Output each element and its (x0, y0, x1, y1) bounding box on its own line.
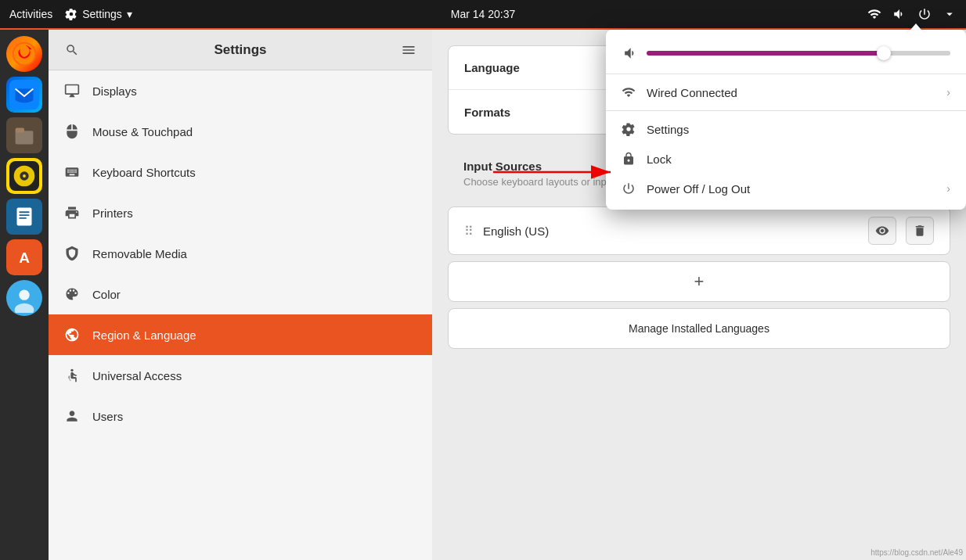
app-name-label: Settings (82, 8, 122, 20)
topbar-left: Activities Settings ▾ (9, 8, 132, 20)
network-icon[interactable] (867, 7, 881, 21)
svg-rect-13 (19, 217, 26, 219)
sidebar-item-mouse-label: Mouse & Touchpad (92, 125, 193, 138)
sidebar-item-keyboard[interactable]: Keyboard Shortcuts (49, 152, 432, 192)
manage-languages-label: Manage Installed Languages (629, 322, 770, 335)
trash-icon (913, 224, 927, 238)
color-icon (64, 286, 80, 302)
firefox-icon (9, 39, 39, 69)
watermark: https://blog.csdn.net/Ale49 (870, 548, 963, 557)
sidebar-item-color[interactable]: Color (49, 274, 432, 314)
sidebar-item-users[interactable]: Users (49, 396, 432, 436)
system-dropdown-menu: Wired Connected › Settings Lock Power Of… (606, 30, 966, 210)
settings-title: Settings (96, 42, 385, 58)
media-icon (64, 246, 80, 261)
access-icon (64, 368, 80, 383)
app-dropdown-arrow: ▾ (127, 8, 132, 20)
dropdown-settings[interactable]: Settings (606, 114, 966, 144)
taskbar-thunderbird[interactable] (6, 77, 42, 113)
add-icon: + (694, 271, 705, 292)
volume-thumb (877, 46, 891, 60)
taskbar-files[interactable] (6, 117, 42, 153)
taskbar-writer[interactable] (6, 199, 42, 235)
manage-languages-button[interactable]: Manage Installed Languages (448, 308, 950, 349)
gear-icon (65, 8, 77, 20)
mouse-icon (64, 124, 80, 139)
power-icon[interactable] (917, 7, 932, 21)
sidebar-item-color-label: Color (92, 288, 121, 301)
sidebar-item-access[interactable]: Universal Access (49, 355, 432, 396)
display-icon (64, 83, 80, 99)
sidebar-item-removable-label: Removable Media (92, 247, 187, 260)
taskbar-avatar[interactable] (6, 280, 42, 316)
delete-input-button[interactable] (906, 217, 934, 245)
activities-button[interactable]: Activities (9, 8, 52, 20)
taskbar-firefox[interactable] (6, 36, 42, 72)
taskbar-appstore[interactable]: A (6, 239, 42, 275)
taskbar-rhythmbox[interactable] (6, 158, 42, 194)
topbar: Activities Settings ▾ Mar 14 20:37 (0, 0, 966, 30)
eye-icon (875, 224, 889, 238)
search-icon (65, 43, 79, 57)
sidebar-item-displays[interactable]: Displays (49, 70, 432, 111)
volume-low-icon (622, 45, 637, 61)
sidebar-item-displays-label: Displays (92, 84, 137, 98)
sidebar-item-region[interactable]: Region & Language (49, 314, 432, 355)
svg-text:A: A (19, 249, 30, 266)
sidebar-item-keyboard-label: Keyboard Shortcuts (92, 166, 196, 179)
search-button[interactable] (58, 36, 86, 64)
rhythmbox-icon (9, 161, 39, 191)
lock-icon (622, 152, 636, 166)
svg-rect-3 (16, 131, 34, 144)
sidebar-item-printers-label: Printers (92, 206, 133, 220)
svg-rect-12 (19, 214, 29, 216)
lock-label: Lock (647, 153, 950, 166)
dropdown-lock[interactable]: Lock (606, 144, 966, 174)
dropdown-wired[interactable]: Wired Connected › (606, 77, 966, 107)
input-source-name: English (US) (483, 224, 859, 238)
appstore-icon: A (9, 242, 39, 272)
volume-icon[interactable] (892, 7, 907, 21)
svg-point-17 (19, 290, 29, 300)
settings-menu-button[interactable] (395, 36, 423, 64)
writer-icon (9, 202, 39, 232)
settings-panel: Settings Displays Mouse & Touchpad (49, 30, 432, 560)
dropdown-separator-2 (606, 110, 966, 111)
svg-point-8 (23, 174, 26, 178)
settings-header: Settings (49, 30, 432, 70)
topbar-right (867, 7, 957, 21)
region-icon (64, 327, 80, 343)
hamburger-icon (401, 42, 416, 58)
settings-icon (622, 122, 636, 136)
add-source-button[interactable]: + (448, 261, 950, 302)
settings-list: Displays Mouse & Touchpad Keyboard Short… (49, 70, 432, 560)
power-off-icon (622, 181, 636, 196)
printer-icon (64, 205, 80, 221)
dropdown-poweroff[interactable]: Power Off / Log Out › (606, 174, 966, 203)
svg-rect-11 (19, 211, 29, 213)
volume-slider[interactable] (647, 51, 950, 56)
wired-label: Wired Connected (647, 86, 935, 99)
files-icon (9, 120, 39, 150)
topbar-app-menu[interactable]: Settings ▾ (65, 8, 132, 20)
sidebar-item-users-label: Users (92, 410, 123, 423)
sidebar-item-printers[interactable]: Printers (49, 192, 432, 233)
sidebar-item-mouse[interactable]: Mouse & Touchpad (49, 111, 432, 152)
chevron-right-icon: › (946, 86, 950, 99)
wired-icon (622, 85, 636, 99)
sidebar-item-region-label: Region & Language (92, 328, 196, 342)
dropdown-separator-1 (606, 74, 966, 74)
preview-input-button[interactable] (868, 217, 896, 245)
english-us-item: ⠿ English (US) (448, 206, 950, 255)
svg-point-19 (70, 369, 73, 372)
taskbar: A (0, 30, 49, 560)
topbar-datetime: Mar 14 20:37 (451, 8, 516, 20)
dropdown-arrow-indicator (907, 23, 925, 34)
system-menu-arrow[interactable] (943, 7, 957, 21)
sidebar-item-access-label: Universal Access (92, 369, 182, 382)
keyboard-icon (64, 164, 80, 180)
drag-handle[interactable]: ⠿ (464, 224, 474, 239)
svg-rect-10 (17, 208, 32, 226)
sidebar-item-removable[interactable]: Removable Media (49, 233, 432, 274)
thunderbird-icon (9, 80, 39, 109)
